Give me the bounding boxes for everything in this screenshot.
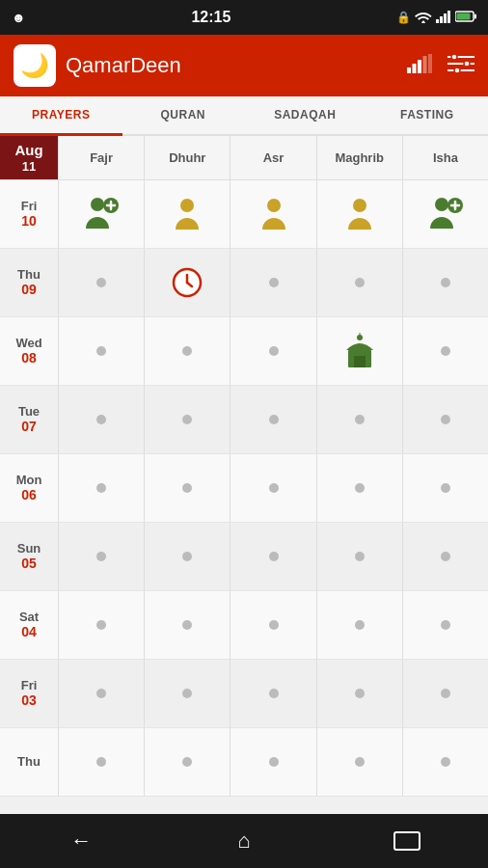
sliders-icon[interactable] <box>447 53 474 79</box>
table-row[interactable]: Thu09 <box>0 249 488 317</box>
date-header: Aug 11 <box>0 136 58 179</box>
table-row[interactable]: Sat04 <box>0 591 488 660</box>
tab-fasting[interactable]: FASTING <box>366 96 489 136</box>
tab-sadaqah[interactable]: SADAQAH <box>244 96 366 136</box>
prayer-cell[interactable] <box>144 180 230 248</box>
prayer-cell[interactable] <box>402 728 488 796</box>
svg-rect-11 <box>428 54 432 73</box>
prayer-cell[interactable] <box>144 523 230 590</box>
prayer-cell[interactable] <box>144 728 230 796</box>
table-row[interactable]: Wed08 <box>0 317 488 386</box>
prayer-dot <box>269 415 279 424</box>
prayer-cell[interactable] <box>402 591 488 659</box>
prayer-dot <box>441 346 450 356</box>
prayer-dot <box>441 689 450 698</box>
prayer-cell[interactable] <box>230 523 315 590</box>
prayer-dot <box>182 415 192 424</box>
date-cell: Thu09 <box>0 249 58 316</box>
prayer-cell[interactable] <box>230 660 315 727</box>
person-green-add-icon <box>84 196 119 232</box>
recent-button[interactable] <box>378 814 436 868</box>
prayer-cell[interactable] <box>316 660 402 727</box>
prayer-cell[interactable] <box>402 660 488 727</box>
signal-bars-icon[interactable] <box>407 54 432 78</box>
table-row[interactable]: Fri10 <box>0 180 488 249</box>
prayer-cell[interactable] <box>144 454 230 522</box>
svg-point-24 <box>353 199 366 212</box>
day-num: 08 <box>21 350 37 366</box>
prayer-cell[interactable] <box>58 728 144 796</box>
status-bar: ☻ 12:15 🔒 <box>0 0 488 35</box>
prayer-dot <box>182 552 192 561</box>
prayer-cell[interactable] <box>316 317 402 385</box>
logo-emoji: 🌙 <box>20 52 49 79</box>
prayer-cell[interactable] <box>402 180 488 248</box>
table-row[interactable]: Mon06 <box>0 454 488 523</box>
date-cell: Fri03 <box>0 660 58 727</box>
prayer-cell[interactable] <box>316 180 402 248</box>
prayer-dot <box>269 552 279 561</box>
prayer-cell[interactable] <box>230 591 315 659</box>
tab-prayers[interactable]: PRAYERS <box>0 96 122 136</box>
prayer-cell[interactable] <box>144 591 230 659</box>
prayer-dot <box>96 483 106 493</box>
col-asr: Asr <box>230 136 315 179</box>
prayer-cell[interactable] <box>316 454 402 522</box>
prayer-cell[interactable] <box>58 454 144 522</box>
prayer-cell[interactable] <box>316 523 402 590</box>
table-row[interactable]: Thu <box>0 728 488 797</box>
home-button[interactable]: ⌂ <box>215 814 273 868</box>
prayer-cell[interactable] <box>144 249 230 316</box>
prayer-cell[interactable] <box>316 591 402 659</box>
prayer-dot <box>96 757 106 767</box>
prayer-cell[interactable] <box>316 728 402 796</box>
prayer-cell[interactable] <box>144 386 230 453</box>
table-row[interactable]: Tue07 <box>0 386 488 454</box>
prayer-dot <box>441 620 450 630</box>
person-gold-icon <box>344 197 375 231</box>
prayer-cell[interactable] <box>58 249 144 316</box>
mosque-green-icon <box>342 333 377 369</box>
prayer-cell[interactable] <box>58 523 144 590</box>
tab-bar: PRAYERS QURAN SADAQAH FASTING <box>0 96 488 136</box>
prayer-cell[interactable] <box>316 249 402 316</box>
person-green-add-icon <box>428 196 463 232</box>
prayer-cell[interactable] <box>144 317 230 385</box>
table-row[interactable]: Sun05 <box>0 523 488 591</box>
day-num: 09 <box>21 282 37 298</box>
prayer-cell[interactable] <box>402 523 488 590</box>
prayer-cell[interactable] <box>230 317 315 385</box>
prayer-cell[interactable] <box>402 317 488 385</box>
prayer-dot <box>441 757 450 767</box>
prayer-cell[interactable] <box>402 386 488 453</box>
prayer-cell[interactable] <box>58 660 144 727</box>
app-title: QamarDeen <box>66 53 181 78</box>
prayer-cell[interactable] <box>230 454 315 522</box>
prayer-cell[interactable] <box>316 386 402 453</box>
prayer-cell[interactable] <box>144 660 230 727</box>
prayer-cell[interactable] <box>58 386 144 453</box>
svg-point-16 <box>464 61 470 67</box>
prayer-cell[interactable] <box>402 454 488 522</box>
day-num: 05 <box>21 556 37 572</box>
prayer-dot <box>355 757 365 767</box>
back-button[interactable]: ← <box>52 814 110 868</box>
clock-red-icon <box>172 267 203 298</box>
prayer-cell[interactable] <box>402 249 488 316</box>
svg-rect-0 <box>436 19 439 23</box>
prayer-cell[interactable] <box>230 249 315 316</box>
battery-icon <box>455 11 476 25</box>
prayer-cell[interactable] <box>230 386 315 453</box>
prayer-dot <box>182 620 192 630</box>
prayer-dot <box>355 689 365 698</box>
date-cell: Thu <box>0 728 58 796</box>
prayer-dot <box>355 620 365 630</box>
prayer-cell[interactable] <box>230 728 315 796</box>
prayer-cell[interactable] <box>58 591 144 659</box>
prayer-cell[interactable] <box>58 317 144 385</box>
prayer-dot <box>355 415 365 424</box>
prayer-cell[interactable] <box>58 180 144 248</box>
tab-quran[interactable]: QURAN <box>122 96 245 136</box>
prayer-cell[interactable] <box>230 180 315 248</box>
table-row[interactable]: Fri03 <box>0 660 488 728</box>
